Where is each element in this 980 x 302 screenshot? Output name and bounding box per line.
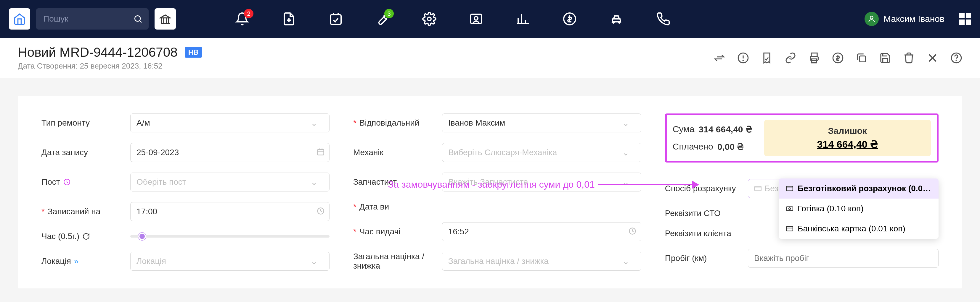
transfer-button[interactable] — [714, 52, 725, 64]
analytics-button[interactable] — [516, 12, 530, 26]
settings-button[interactable] — [422, 12, 436, 26]
info-button[interactable] — [737, 52, 749, 64]
rotate-icon — [82, 232, 90, 240]
file-plus-icon — [282, 12, 296, 26]
svg-rect-8 — [471, 14, 481, 24]
order-form: Тип ремонту А/м ⌄ Дата запису 25-09-2023 — [18, 96, 962, 288]
home-icon — [13, 13, 26, 25]
remaining-value[interactable]: 314 664,40 ₴ — [817, 138, 878, 150]
time-label: Час (0.5г.) — [41, 232, 124, 241]
header-actions — [714, 52, 962, 64]
printer-icon — [808, 52, 820, 64]
calendar-check-icon — [329, 12, 343, 26]
chevron-down-icon: ⌄ — [622, 148, 629, 158]
mileage-label: Пробіг (км) — [665, 253, 742, 263]
svg-point-16 — [619, 22, 620, 23]
search-icon[interactable] — [133, 14, 143, 24]
mileage-input[interactable] — [748, 249, 939, 268]
mechanic-label: Механік — [353, 148, 436, 157]
contacts-button[interactable] — [469, 12, 483, 26]
phone-icon — [656, 12, 670, 26]
repair-type-label: Тип ремонту — [41, 118, 124, 128]
chevron-down-icon: ⌄ — [310, 177, 317, 187]
nav-icon — [63, 178, 71, 186]
chevron-down-icon: ⌄ — [622, 256, 629, 266]
id-card-icon — [469, 12, 483, 26]
slider-handle[interactable] — [138, 232, 146, 240]
chevron-down-icon: ⌄ — [310, 118, 317, 128]
dropdown-item-cash[interactable]: Готівка (0.10 коп) — [779, 199, 939, 219]
time-slider[interactable] — [130, 235, 329, 237]
invoice-button[interactable] — [761, 52, 773, 64]
swap-icon — [714, 52, 725, 64]
repair-type-select[interactable]: А/м ⌄ — [130, 114, 329, 132]
page-header: Новий MRD-9444-1206708 НВ Дата Створення… — [0, 38, 980, 78]
save-icon — [879, 52, 891, 64]
svg-point-0 — [135, 16, 140, 21]
notifications-button[interactable]: 2 — [235, 12, 249, 26]
car-icon — [609, 12, 624, 26]
svg-point-17 — [870, 16, 873, 19]
vehicle-button[interactable] — [609, 12, 624, 26]
svg-line-1 — [140, 21, 142, 22]
close-button[interactable] — [927, 52, 939, 64]
station-req-label: Реквізити СТО — [665, 209, 742, 218]
form-column-1: Тип ремонту А/м ⌄ Дата запису 25-09-2023 — [41, 114, 329, 271]
svg-rect-36 — [755, 186, 761, 191]
booked-for-input[interactable]: 17:00 — [130, 202, 329, 221]
calendar-check-button[interactable] — [329, 12, 343, 26]
paid-value: 0,00 ₴ — [718, 142, 744, 152]
card-icon — [786, 225, 794, 232]
payment-button[interactable] — [832, 52, 844, 64]
location-select[interactable]: Локація ⌄ — [130, 252, 329, 271]
annotation-text: За замовчуванням - заокруглення суми до … — [388, 179, 595, 190]
dollar-circle-icon — [563, 12, 577, 26]
calendar-icon — [317, 148, 325, 157]
top-navbar: 2 3 Макс — [0, 0, 980, 38]
markup-select[interactable]: Загальна націнка / знижка ⌄ — [442, 252, 641, 271]
user-menu[interactable]: Максим Іванов — [864, 12, 945, 26]
add-document-button[interactable] — [282, 12, 296, 26]
help-button[interactable] — [950, 52, 962, 64]
delete-button[interactable] — [903, 52, 915, 64]
home-button[interactable] — [9, 8, 30, 30]
bank-icon — [159, 13, 171, 25]
cash-icon — [786, 205, 794, 212]
form-column-2: Відповідальний Іванов Максим ⌄ Механік В… — [353, 114, 641, 271]
time-out-input[interactable]: 16:52 — [442, 222, 641, 241]
card-icon — [786, 185, 794, 192]
service-badge: 3 — [384, 9, 394, 18]
save-button[interactable] — [879, 52, 891, 64]
link-button[interactable] — [784, 52, 796, 64]
service-button[interactable]: 3 — [375, 12, 390, 26]
call-button[interactable] — [656, 12, 670, 26]
nav-icons: 2 3 — [235, 12, 859, 26]
svg-rect-24 — [859, 56, 865, 62]
finance-button[interactable] — [563, 12, 577, 26]
help-icon — [950, 52, 962, 64]
receipt-icon — [761, 52, 773, 64]
dropdown-item-bankcard[interactable]: Банківська картка (0.01 коп) — [779, 219, 939, 239]
user-icon — [867, 15, 876, 23]
search-input[interactable] — [36, 8, 149, 30]
dropdown-item-cashless[interactable]: Безготівковий розрахунок (0.0… — [779, 179, 939, 199]
apps-menu[interactable] — [959, 13, 971, 25]
trash-icon — [903, 52, 915, 64]
gear-icon — [422, 12, 436, 26]
mechanic-select[interactable]: Виберіть Слюсаря-Механіка ⌄ — [442, 143, 641, 162]
markup-label: Загальна націнка / знижка — [353, 252, 436, 271]
svg-rect-42 — [786, 226, 793, 231]
print-button[interactable] — [808, 52, 820, 64]
bank-button[interactable] — [154, 8, 176, 30]
post-select[interactable]: Оберіть пост ⌄ — [130, 172, 329, 191]
time-out-label: Час видачі — [353, 227, 436, 236]
annotation: За замовчуванням - заокруглення суми до … — [388, 179, 698, 190]
svg-rect-38 — [786, 186, 793, 191]
record-date-input[interactable]: 25-09-2023 — [130, 143, 329, 162]
status-badge: НВ — [185, 47, 202, 58]
svg-point-7 — [428, 17, 431, 21]
page-title: Новий MRD-9444-1206708 — [18, 45, 178, 60]
responsible-select[interactable]: Іванов Максим ⌄ — [442, 114, 641, 132]
svg-point-15 — [613, 22, 614, 23]
copy-button[interactable] — [856, 52, 867, 64]
